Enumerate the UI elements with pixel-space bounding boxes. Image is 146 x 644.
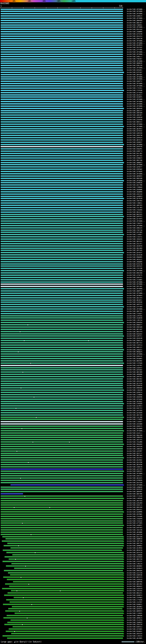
hit-label[interactable]: UniRef100_C7S3S1 xyxy=(127,87,142,89)
hit-bar[interactable] xyxy=(1,496,123,497)
hit-label[interactable]: UniRef100_UPI000... xyxy=(127,292,145,294)
hit-label[interactable]: UniRef100_Q0U7B6 xyxy=(127,493,142,495)
hit-label[interactable]: UniRef100_A4C9J0 xyxy=(127,446,142,448)
hit-label[interactable]: UniRef100_A6RQM6 xyxy=(127,374,142,375)
hit-label[interactable]: UniRef100_Q5FNW5 xyxy=(127,513,142,515)
hit-label[interactable]: UniRef100_C1H9E7 xyxy=(127,234,142,236)
hit-bar[interactable] xyxy=(9,586,123,587)
hit-label[interactable]: UniRef100_C5JZY9 xyxy=(127,619,142,621)
hit-bar[interactable] xyxy=(1,252,123,253)
hit-bar[interactable] xyxy=(1,264,123,265)
hit-bar[interactable] xyxy=(7,543,123,544)
hit-bar[interactable] xyxy=(1,527,123,528)
hit-bar[interactable] xyxy=(1,396,123,398)
hit-bar[interactable] xyxy=(1,184,123,186)
hit-label[interactable]: UniRef100_B5RU94 xyxy=(127,322,142,324)
hit-bar[interactable] xyxy=(4,595,123,596)
hit-label[interactable]: UniRef100_Q3ZBP5 xyxy=(127,96,142,98)
hit-label[interactable]: UniRef100_Q6DJK7 xyxy=(127,22,142,24)
hit-bar[interactable] xyxy=(12,626,123,628)
hit-label[interactable]: UniRef100_Q7RRP6 xyxy=(127,480,142,481)
hit-label[interactable]: UniRef100_B4M6S6 xyxy=(127,182,142,184)
hit-label[interactable]: UniRef100_A7THX9 xyxy=(127,92,142,94)
hit-bar[interactable] xyxy=(1,72,123,73)
hit-label[interactable]: UniRef100_Q5ZMI9 xyxy=(127,44,142,46)
hit-label[interactable]: UniRef100_UPI000... xyxy=(127,126,145,128)
hit-bar[interactable] xyxy=(1,243,123,244)
hit-bar[interactable] xyxy=(1,401,123,402)
hit-bar[interactable] xyxy=(1,49,123,50)
hit-bar[interactable] xyxy=(1,250,123,251)
hit-label[interactable]: UniRef100_A7TGM3 xyxy=(127,522,142,524)
hit-bar[interactable] xyxy=(1,155,123,156)
hit-bar[interactable] xyxy=(1,227,123,229)
hit-label[interactable]: UniRef100_B9KCW9 xyxy=(127,326,142,328)
hit-label[interactable]: UniRef100_B2AEQ9 xyxy=(127,556,142,558)
hit-label[interactable]: UniRef100_C0SH35 xyxy=(127,238,142,240)
hit-bar[interactable] xyxy=(1,480,123,481)
hit-bar[interactable] xyxy=(7,592,123,594)
hit-label[interactable]: UniRef100_Q5CF17 xyxy=(127,452,142,454)
hit-label[interactable]: UniRef100_B9N5W8 xyxy=(127,387,142,389)
hit-bar[interactable] xyxy=(9,558,123,560)
hit-bar[interactable] xyxy=(1,259,123,260)
hit-bar[interactable] xyxy=(1,282,123,283)
hit-bar[interactable] xyxy=(1,13,123,14)
hit-label[interactable]: UniRef100_A4I4W4 xyxy=(127,232,142,233)
hit-bar[interactable] xyxy=(1,150,123,152)
hit-bar[interactable] xyxy=(1,412,123,414)
hit-label[interactable]: UniRef100_A9V5Z2 xyxy=(127,265,142,267)
hit-label[interactable]: UniRef100_B5GW65 xyxy=(127,358,142,360)
hit-bar[interactable] xyxy=(11,633,123,634)
hit-bar[interactable] xyxy=(1,178,123,179)
hit-label[interactable]: UniRef100_A8IAJ1 xyxy=(127,258,142,260)
hit-label[interactable]: UniRef100_B8E2G8 xyxy=(127,506,142,508)
hit-bar[interactable] xyxy=(1,475,123,476)
hit-label[interactable]: UniRef100_Q5DER6 xyxy=(127,396,142,398)
hit-label[interactable]: UniRef100_A2XGS6 xyxy=(127,301,142,303)
hit-label[interactable]: UniRef100_Q4PDZ4 xyxy=(127,137,142,139)
hit-label[interactable]: UniRef100_A2R7C1 xyxy=(127,335,142,337)
hit-label[interactable]: UniRef100_UPI000... xyxy=(127,54,145,55)
hit-label[interactable]: UniRef100_B2WDV1 xyxy=(127,604,142,606)
hit-label[interactable]: UniRef100_Q0VD48 xyxy=(127,108,142,110)
hit-label[interactable]: UniRef100_UPI000... xyxy=(127,60,145,62)
hit-label[interactable]: UniRef100_C0NVD6 xyxy=(127,615,142,616)
hit-bar[interactable] xyxy=(1,274,123,276)
hit-label[interactable]: UniRef100_A8K5D0 xyxy=(127,112,142,114)
hit-bar[interactable] xyxy=(1,209,123,211)
hit-bar[interactable] xyxy=(1,9,123,10)
hit-bar[interactable] xyxy=(1,347,123,348)
hit-bar[interactable] xyxy=(1,441,123,443)
hit-bar[interactable] xyxy=(1,241,123,242)
hit-bar[interactable] xyxy=(1,385,123,386)
hit-label[interactable]: UniRef100_Q5R650 xyxy=(127,116,142,118)
hit-bar[interactable] xyxy=(1,453,123,454)
hit-bar[interactable] xyxy=(1,313,123,314)
hit-bar[interactable] xyxy=(1,470,123,472)
hit-label[interactable]: UniRef100_Q5CYM8 xyxy=(127,184,142,186)
hit-bar[interactable] xyxy=(1,212,123,213)
hit-bar[interactable] xyxy=(6,566,123,567)
hit-bar[interactable] xyxy=(1,92,123,94)
hit-label[interactable]: UniRef100_Q7S9D5 xyxy=(127,628,142,630)
hit-bar[interactable] xyxy=(1,47,123,48)
hit-bar[interactable] xyxy=(1,245,123,247)
hit-bar[interactable] xyxy=(1,335,123,337)
hit-bar[interactable] xyxy=(1,293,123,294)
hit-bar[interactable] xyxy=(1,153,123,154)
hit-label[interactable]: UniRef100_Q2UGI9 xyxy=(127,608,142,610)
hit-bar[interactable] xyxy=(1,223,123,224)
hit-bar[interactable] xyxy=(1,103,123,105)
hit-label[interactable]: UniRef100_P46467 xyxy=(127,58,142,60)
hit-bar[interactable] xyxy=(1,182,123,184)
hit-label[interactable]: UniRef100_UPI000... xyxy=(127,430,145,432)
hit-bar[interactable] xyxy=(1,311,123,312)
hit-bar[interactable] xyxy=(2,540,123,542)
hit-label[interactable]: UniRef100_C3YEH0 xyxy=(127,90,142,92)
hit-bar[interactable] xyxy=(1,214,123,215)
hit-label[interactable]: UniRef100_C4N651 xyxy=(127,202,142,204)
hit-label[interactable]: UniRef100_B4L2B2 xyxy=(127,152,142,154)
hit-label[interactable]: UniRef100_Q55DN9 xyxy=(127,428,142,430)
hit-bar[interactable] xyxy=(1,44,123,46)
